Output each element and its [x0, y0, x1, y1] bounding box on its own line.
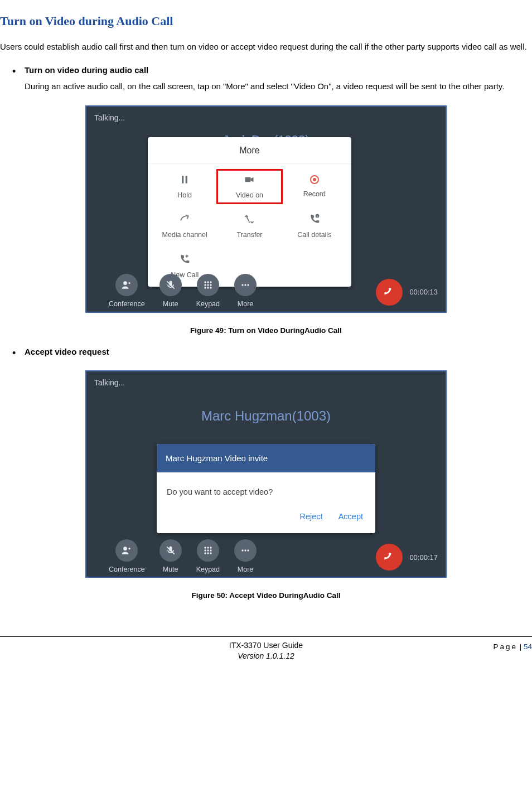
intro-paragraph: Users could establish audio call first a…	[0, 40, 532, 54]
accept-button[interactable]: Accept	[338, 509, 363, 524]
mute-icon	[159, 539, 182, 562]
dialog-body: Do you want to accept video?	[157, 472, 375, 505]
call-details-icon: i	[305, 211, 324, 227]
more-label: Transfer	[218, 231, 280, 239]
video-invite-dialog: Marc Hugzman Video invite Do you want to…	[157, 444, 375, 533]
mute-icon	[159, 274, 182, 296]
dock-label: More	[238, 566, 253, 573]
conference-icon	[115, 274, 138, 296]
keypad-icon	[197, 539, 219, 562]
svg-rect-1	[186, 176, 187, 183]
more-popup: More Hold Video on Record	[148, 137, 351, 287]
svg-point-11	[207, 284, 209, 286]
svg-point-27	[204, 552, 206, 554]
dock-more[interactable]: More	[234, 539, 257, 576]
bullet-title: Turn on video during audio call	[25, 62, 532, 78]
record-icon	[305, 172, 324, 187]
more-label: Hold	[153, 191, 216, 199]
footer-version: Version 1.0.1.12	[0, 651, 532, 661]
page-number: Page | 54	[493, 640, 532, 654]
bullet-list: Turn on video during audio call During a…	[0, 62, 532, 95]
more-item-call-details[interactable]: i Call details	[282, 209, 347, 243]
svg-point-26	[210, 549, 211, 551]
more-icon	[234, 274, 257, 296]
more-popup-title: More	[148, 137, 351, 164]
call-status: Talking...	[94, 376, 125, 390]
more-label: Media channel	[153, 231, 216, 239]
svg-point-21	[204, 547, 206, 548]
svg-point-13	[204, 287, 206, 289]
more-item-media-channel[interactable]: Media channel	[152, 209, 217, 243]
svg-rect-2	[245, 177, 251, 182]
bullet-list-2: Accept video request	[0, 344, 532, 359]
conference-icon	[115, 539, 138, 562]
more-item-transfer[interactable]: Transfer	[217, 209, 282, 243]
bullet-turn-on-video: Turn on video during audio call During a…	[12, 62, 532, 95]
svg-text:i: i	[317, 215, 317, 218]
svg-point-16	[241, 284, 243, 286]
dock-label: Keypad	[196, 566, 220, 573]
svg-rect-0	[182, 176, 183, 183]
more-label: Video on	[218, 191, 280, 199]
svg-point-14	[207, 287, 209, 289]
keypad-icon	[197, 274, 219, 296]
dock-mute[interactable]: Mute	[159, 274, 182, 311]
dock-label: Conference	[109, 566, 145, 573]
new-call-icon	[175, 252, 194, 267]
svg-point-28	[207, 552, 209, 554]
dock-label: Conference	[109, 300, 145, 308]
dock-mute[interactable]: Mute	[159, 539, 182, 576]
figure-49: Talking... Jack Doe(1002) More Hold Vide…	[0, 105, 532, 337]
call-timer: 00:00:17	[409, 551, 438, 564]
svg-point-29	[210, 552, 211, 554]
svg-point-31	[244, 549, 246, 551]
more-label: Record	[283, 190, 346, 198]
dock-conference[interactable]: Conference	[109, 274, 145, 311]
svg-point-15	[210, 287, 211, 289]
screenshot-more-popup: Talking... Jack Doe(1002) More Hold Vide…	[85, 105, 447, 313]
section-heading: Turn on Video during Audio Call	[0, 10, 532, 32]
more-item-video-on[interactable]: Video on	[217, 170, 282, 204]
more-item-record[interactable]: Record	[282, 170, 347, 204]
svg-point-23	[210, 547, 211, 548]
dock-conference[interactable]: Conference	[109, 539, 145, 576]
svg-point-8	[207, 282, 209, 283]
dialog-title: Marc Hugzman Video invite	[157, 444, 375, 472]
reject-button[interactable]: Reject	[300, 509, 323, 524]
dock-label: Mute	[163, 566, 178, 573]
hang-up-button[interactable]	[376, 544, 403, 571]
svg-point-24	[204, 549, 206, 551]
svg-point-18	[247, 284, 249, 286]
svg-point-22	[207, 547, 209, 548]
page-footer: Page | 54 ITX-3370 User Guide Version 1.…	[0, 636, 532, 661]
svg-point-30	[241, 549, 243, 551]
call-status: Talking...	[94, 111, 125, 125]
dock-more[interactable]: More	[234, 274, 257, 311]
svg-point-10	[204, 284, 206, 286]
dock-label: Mute	[163, 300, 178, 308]
bullet-body: During an active audio call, on the call…	[25, 81, 504, 91]
caller-name: Marc Hugzman(1003)	[86, 404, 446, 428]
hang-up-button[interactable]	[376, 279, 403, 306]
figure-50-caption: Figure 50: Accept Video DuringAudio Call	[0, 589, 532, 602]
svg-point-12	[210, 284, 211, 286]
svg-point-19	[123, 547, 127, 550]
svg-point-17	[244, 284, 246, 286]
svg-point-5	[123, 282, 127, 286]
more-label: Call details	[283, 231, 346, 239]
figure-50: Talking... Marc Hugzman(1003) Marc Hugzm…	[0, 370, 532, 602]
call-dock: Conference Mute Keypad	[86, 273, 446, 312]
pause-icon	[175, 172, 194, 187]
dock-keypad[interactable]: Keypad	[196, 274, 220, 311]
dock-label: More	[238, 300, 253, 308]
more-item-hold[interactable]: Hold	[152, 170, 217, 204]
svg-point-25	[207, 549, 209, 551]
media-channel-icon	[175, 211, 194, 227]
svg-point-7	[204, 282, 206, 283]
hang-up-icon	[384, 552, 395, 563]
svg-point-32	[247, 549, 249, 551]
call-dock: Conference Mute Keypad	[86, 538, 446, 577]
dock-keypad[interactable]: Keypad	[196, 539, 220, 576]
figure-49-caption: Figure 49: Turn on Video DuringAudio Cal…	[0, 324, 532, 337]
call-timer: 00:00:13	[409, 286, 438, 298]
